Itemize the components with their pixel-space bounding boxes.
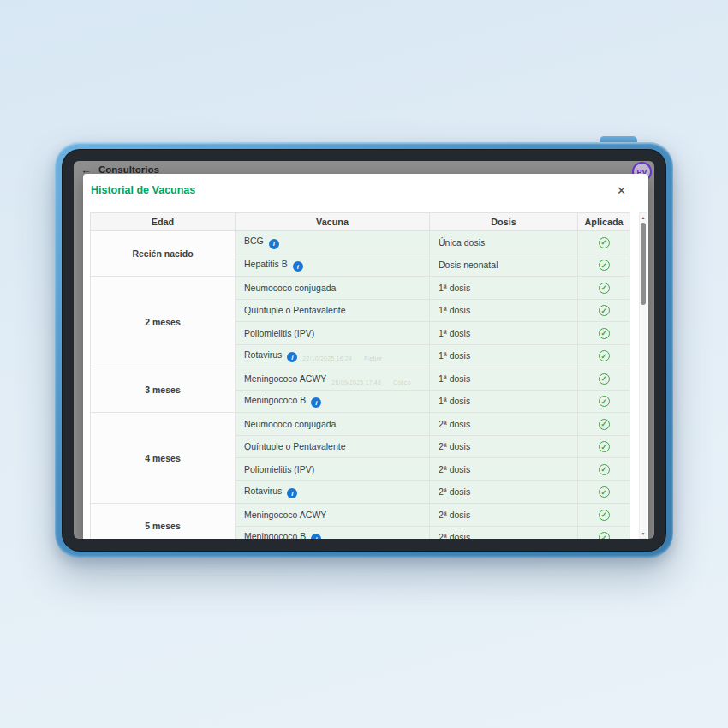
check-circle-icon: ✓ [599, 486, 610, 498]
vaccine-name: Meningococo B [244, 531, 306, 540]
vaccine-cell: Poliomielitis (IPV) [236, 458, 430, 481]
dose-cell: 2ª dosis [430, 413, 578, 436]
ghost-timestamp: 22/10/2025 16:24 [302, 355, 352, 361]
applied-cell: ✓ [578, 344, 630, 367]
vaccine-cell: Meningococo ACWY26/09/2025 17:48Cólico [236, 367, 430, 391]
dose-cell: 1ª dosis [430, 277, 578, 300]
applied-cell: ✓ [578, 254, 630, 277]
tablet-bezel: ← Consultorios PV Historial de Vacunas ✕ [62, 149, 666, 552]
ghost-timestamp: 26/09/2025 17:48 [331, 379, 381, 385]
dose-cell: 1ª dosis [430, 390, 578, 413]
vaccine-cell: Rotavirusi [236, 480, 430, 504]
vaccine-cell: Meningococo ACWY [236, 504, 430, 527]
applied-cell: ✓ [578, 504, 630, 527]
ghost-note: Fiebre [364, 355, 382, 361]
vaccine-cell: Hepatitis Bi [236, 254, 430, 277]
applied-cell: ✓ [578, 322, 630, 345]
info-icon[interactable]: i [287, 488, 297, 498]
age-cell: 5 meses [91, 504, 236, 540]
check-circle-icon: ✓ [599, 419, 610, 430]
vaccine-cell: Neumococo conjugada [236, 277, 430, 300]
dose-cell: 1ª dosis [430, 367, 578, 391]
column-header-aplicada: Aplicada [578, 213, 630, 231]
table-header-row: Edad Vacuna Dosis Aplicada [91, 213, 630, 231]
dose-cell: 2ª dosis [430, 435, 578, 458]
tablet-frame: ← Consultorios PV Historial de Vacunas ✕ [55, 142, 673, 558]
vaccine-name: Quíntuple o Pentavalente [244, 305, 346, 315]
check-circle-icon: ✓ [599, 464, 610, 475]
check-circle-icon: ✓ [599, 396, 610, 407]
vaccine-name: Poliomielitis (IPV) [244, 328, 314, 338]
modal-header: Historial de Vacunas ✕ [83, 174, 648, 196]
check-circle-icon: ✓ [599, 260, 610, 271]
table-row: 3 mesesMeningococo ACWY26/09/2025 17:48C… [91, 367, 630, 391]
dose-cell: 1ª dosis [430, 322, 578, 345]
check-circle-icon: ✓ [599, 350, 610, 361]
check-circle-icon: ✓ [599, 237, 610, 248]
column-header-dosis: Dosis [430, 213, 578, 231]
applied-cell: ✓ [578, 390, 630, 413]
table-row: 2 mesesNeumococo conjugada1ª dosis✓ [91, 277, 630, 300]
vaccine-name: Rotavirus [244, 486, 282, 496]
vaccine-name: Meningococo ACWY [244, 373, 326, 384]
vaccine-table: Edad Vacuna Dosis Aplicada Recién nacido… [90, 212, 630, 539]
applied-cell: ✓ [578, 367, 630, 391]
dose-cell: 2ª dosis [430, 480, 578, 504]
vaccine-cell: Meningococo Bi [236, 390, 430, 413]
vaccine-cell: Meningococo Bi [236, 526, 430, 539]
scroll-up-icon[interactable]: ▲ [640, 215, 647, 220]
age-cell: Recién nacido [91, 231, 236, 277]
vaccine-name: Hepatitis B [244, 259, 288, 269]
applied-cell: ✓ [578, 526, 630, 539]
age-cell: 3 meses [91, 367, 236, 413]
check-circle-icon: ✓ [599, 373, 610, 385]
applied-cell: ✓ [578, 231, 630, 254]
table-row: 4 mesesNeumococo conjugada2ª dosis✓ [91, 413, 630, 436]
applied-cell: ✓ [578, 299, 630, 322]
vaccine-name: Poliomielitis (IPV) [244, 464, 314, 474]
vaccine-table-body: Recién nacidoBCGiÚnica dosis✓Hepatitis B… [91, 231, 630, 540]
vaccine-history-modal: Historial de Vacunas ✕ Edad Vacuna [83, 174, 648, 539]
vaccine-cell: Neumococo conjugada [236, 413, 430, 436]
info-icon[interactable]: i [311, 397, 321, 408]
vaccine-name: Meningococo B [244, 395, 306, 405]
scrollbar-thumb[interactable] [641, 223, 646, 305]
vaccine-name: Rotavirus [244, 349, 282, 360]
ghost-note: Cólico [393, 379, 411, 385]
info-icon[interactable]: i [293, 261, 303, 272]
check-circle-icon: ✓ [599, 283, 610, 294]
applied-cell: ✓ [578, 458, 630, 481]
age-cell: 2 meses [91, 277, 236, 367]
vaccine-cell: Quíntuple o Pentavalente [236, 435, 430, 458]
vaccine-cell: Poliomielitis (IPV) [236, 322, 430, 345]
vaccine-name: Neumococo conjugada [244, 419, 336, 429]
applied-cell: ✓ [578, 435, 630, 458]
info-icon[interactable]: i [311, 534, 321, 539]
dose-cell: 2ª dosis [430, 504, 578, 527]
dose-cell: 1ª dosis [430, 344, 578, 367]
scroll-down-icon[interactable]: ▼ [640, 531, 647, 536]
modal-title: Historial de Vacunas [91, 184, 195, 196]
table-row: 5 mesesMeningococo ACWY2ª dosis✓ [91, 504, 630, 527]
info-icon[interactable]: i [287, 352, 297, 362]
scrollbar[interactable]: ▲ ▼ [639, 212, 647, 539]
vaccine-name: Meningococo ACWY [244, 510, 326, 520]
applied-cell: ✓ [578, 480, 630, 504]
dose-cell: Dosis neonatal [430, 254, 578, 277]
page-background: ← Consultorios PV Historial de Vacunas ✕ [0, 0, 728, 728]
check-circle-icon: ✓ [599, 532, 610, 539]
ghost-annotation: 26/09/2025 17:48Cólico [331, 379, 410, 385]
column-header-vacuna: Vacuna [236, 213, 430, 231]
dose-cell: 2ª dosis [430, 458, 578, 481]
table-row: Recién nacidoBCGiÚnica dosis✓ [91, 231, 630, 254]
dose-cell: 1ª dosis [430, 299, 578, 322]
vaccine-cell: Quíntuple o Pentavalente [236, 299, 430, 322]
info-icon[interactable]: i [269, 239, 279, 249]
dose-cell: Única dosis [430, 231, 578, 254]
vaccine-name: BCG [244, 236, 264, 246]
check-circle-icon: ✓ [599, 328, 610, 339]
vaccine-cell: BCGi [236, 231, 430, 254]
close-icon[interactable]: ✕ [617, 185, 626, 196]
ghost-annotation: 22/10/2025 16:24Fiebre [302, 355, 382, 361]
applied-cell: ✓ [578, 413, 630, 436]
